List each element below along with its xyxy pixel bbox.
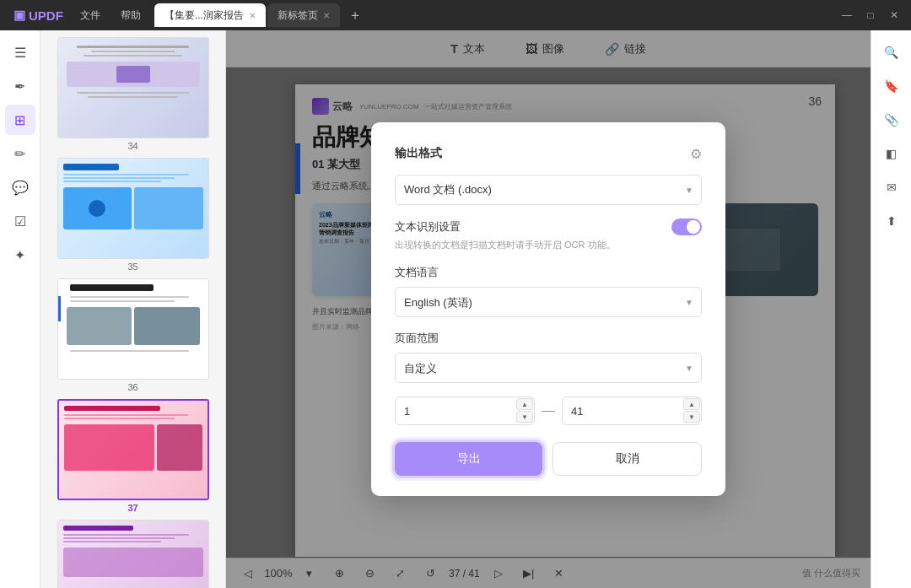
tab-label-new: 新标签页 [278, 8, 318, 23]
toggle-dot [687, 220, 700, 234]
tool-annotate[interactable]: ✒ [5, 71, 35, 101]
range-to-up[interactable]: ▲ [683, 398, 700, 410]
range-from-wrapper: ▲ ▼ [395, 396, 535, 425]
ocr-label: 文本识别设置 [395, 219, 461, 235]
main-container: ☰ ✒ ⊞ ✏ 💬 ☑ ✦ 34 [0, 30, 911, 588]
right-layers-button[interactable]: ◧ [876, 138, 907, 169]
thumb-label-36: 36 [127, 382, 137, 392]
range-label: 页面范围 [395, 331, 702, 346]
range-type-wrapper: 自定义 ▼ [395, 353, 702, 383]
cancel-button[interactable]: 取消 [553, 442, 702, 476]
right-attachment-button[interactable]: 📎 [876, 105, 907, 135]
right-bookmark-button[interactable]: 🔖 [876, 71, 907, 101]
export-modal: ⚙ 输出格式 Word 文档 (.docx) ▼ 文本识别设置 [371, 122, 725, 496]
range-to-spinners: ▲ ▼ [683, 398, 700, 423]
thumb-img-36 [57, 278, 209, 380]
export-button[interactable]: 导出 [395, 442, 542, 476]
range-from-input[interactable] [395, 396, 535, 425]
logo-icon: ▣ [13, 8, 25, 23]
thumb-img-38 [57, 520, 209, 588]
thumbnail-36[interactable]: 36 [53, 278, 213, 392]
ocr-section: 文本识别设置 出现转换的文档是扫描文档时请手动开启 OCR 功能。 [395, 218, 702, 251]
tool-pages[interactable]: ⊞ [5, 105, 35, 135]
range-from-spinners: ▲ ▼ [516, 398, 533, 423]
thumbnail-38[interactable]: 38 [53, 520, 213, 588]
thumb-label-34: 34 [127, 141, 137, 151]
modal-actions: 导出 取消 [395, 442, 702, 476]
minimize-button[interactable]: — [837, 5, 857, 25]
tool-comment[interactable]: 💬 [5, 172, 35, 202]
window-controls: — □ ✕ [837, 5, 904, 25]
maximize-button[interactable]: □ [860, 5, 881, 25]
tool-edit[interactable]: ✏ [5, 138, 35, 169]
tool-hand[interactable]: ☰ [5, 37, 35, 67]
lang-label: 文档语言 [395, 265, 702, 280]
tab-add-button[interactable]: ＋ [342, 7, 369, 24]
modal-format-title: 输出格式 [395, 146, 702, 161]
tab-new-page[interactable]: 新标签页 ✕ [267, 3, 340, 27]
format-select[interactable]: Word 文档 (.docx) [395, 175, 702, 205]
thumbnail-34[interactable]: 34 [53, 37, 213, 151]
page-range-inputs: ▲ ▼ — ▲ ▼ [395, 396, 702, 425]
tab-report[interactable]: 【集要...润家报告 ✕ [154, 3, 266, 27]
thumb-img-35 [57, 158, 209, 259]
tab-bar: 【集要...润家报告 ✕ 新标签页 ✕ ＋ [154, 0, 837, 30]
thumb-img-34 [57, 37, 209, 138]
right-share-button[interactable]: ⬆ [876, 206, 907, 236]
ocr-row: 文本识别设置 [395, 218, 702, 235]
menu-file[interactable]: 文件 [70, 0, 111, 30]
range-dash: — [542, 403, 555, 418]
range-to-wrapper: ▲ ▼ [562, 396, 702, 425]
close-button[interactable]: ✕ [884, 5, 904, 25]
logo-text: UPDF [29, 8, 63, 23]
menu-bar: 文件 帮助 [70, 0, 151, 30]
ocr-toggle[interactable] [671, 218, 702, 235]
left-toolbar: ☰ ✒ ⊞ ✏ 💬 ☑ ✦ [0, 30, 40, 588]
gear-icon[interactable]: ⚙ [690, 146, 702, 162]
tab-close-new[interactable]: ✕ [323, 11, 330, 20]
tool-form[interactable]: ☑ [5, 206, 35, 236]
right-toolbar: 🔍 🔖 📎 ◧ ✉ ⬆ [871, 30, 911, 588]
thumb-label-35: 35 [127, 262, 137, 272]
range-type-select[interactable]: 自定义 [395, 353, 702, 383]
lang-select-wrapper: English (英语) ▼ [395, 287, 702, 317]
menu-help[interactable]: 帮助 [111, 0, 151, 30]
thumbnail-35[interactable]: 35 [53, 158, 213, 272]
content-area: T 文本 🖼 图像 🔗 链接 36 云略 [226, 30, 871, 588]
right-mail-button[interactable]: ✉ [876, 172, 907, 202]
range-from-up[interactable]: ▲ [516, 398, 533, 410]
range-to-down[interactable]: ▼ [683, 411, 700, 423]
range-from-down[interactable]: ▼ [516, 411, 533, 423]
thumbnail-panel: 34 35 [40, 30, 226, 588]
tab-label: 【集要...润家报告 [164, 8, 244, 23]
title-bar: ▣ UPDF 文件 帮助 【集要...润家报告 ✕ 新标签页 ✕ ＋ — □ ✕ [0, 0, 911, 30]
modal-overlay: ⚙ 输出格式 Word 文档 (.docx) ▼ 文本识别设置 [226, 30, 871, 588]
thumb-img-37 [57, 399, 209, 500]
ocr-hint: 出现转换的文档是扫描文档时请手动开启 OCR 功能。 [395, 239, 702, 251]
tab-close-report[interactable]: ✕ [249, 11, 256, 20]
thumbnail-37[interactable]: 37 [53, 399, 213, 513]
lang-select[interactable]: English (英语) [395, 287, 702, 317]
app-logo: ▣ UPDF [7, 8, 70, 23]
thumb-label-37: 37 [127, 503, 137, 513]
range-to-input[interactable] [562, 396, 702, 425]
right-search-button[interactable]: 🔍 [876, 37, 907, 67]
tool-ai[interactable]: ✦ [5, 240, 35, 270]
format-select-wrapper: Word 文档 (.docx) ▼ [395, 175, 702, 205]
